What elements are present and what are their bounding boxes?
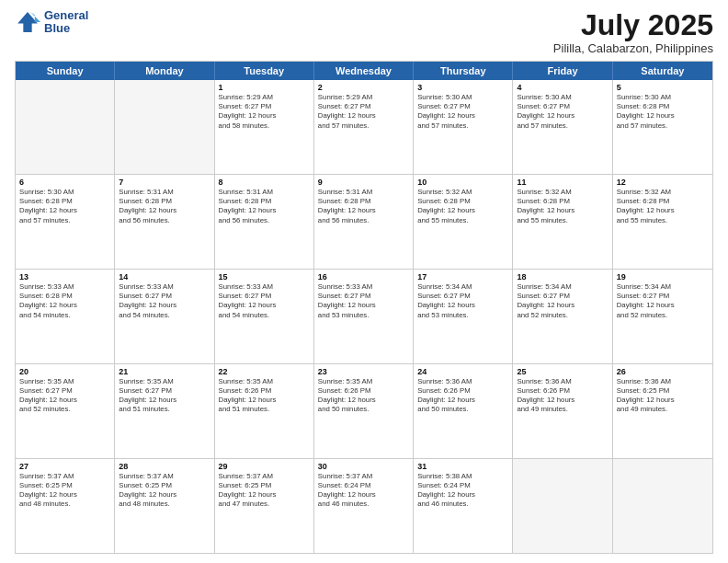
cell-info-line: Sunset: 6:27 PM bbox=[517, 102, 608, 111]
cell-info-line: Sunrise: 5:30 AM bbox=[417, 93, 508, 102]
cell-info-line: Sunset: 6:28 PM bbox=[318, 197, 409, 206]
cell-info-line: Sunrise: 5:31 AM bbox=[219, 188, 310, 197]
cell-info-line: and 57 minutes. bbox=[318, 121, 409, 131]
cell-info-line: Sunset: 6:26 PM bbox=[517, 386, 608, 396]
weekday-header-monday: Monday bbox=[115, 62, 214, 80]
cell-info-line: Sunset: 6:27 PM bbox=[19, 386, 110, 396]
cell-info-line: Sunset: 6:27 PM bbox=[318, 102, 409, 111]
cell-info-line: Daylight: 12 hours bbox=[19, 206, 110, 215]
cell-info-line: and 56 minutes. bbox=[119, 216, 210, 225]
cell-info-line: Daylight: 12 hours bbox=[318, 490, 409, 500]
cell-info-line: and 50 minutes. bbox=[417, 405, 508, 414]
cell-info-line: Daylight: 12 hours bbox=[617, 396, 709, 405]
logo-text: General Blue bbox=[44, 9, 88, 36]
cell-info-line: Sunrise: 5:35 AM bbox=[119, 377, 210, 386]
cell-info-line: Daylight: 12 hours bbox=[219, 206, 310, 215]
day-number: 29 bbox=[219, 462, 310, 471]
weekday-header-sunday: Sunday bbox=[16, 62, 115, 80]
cell-info-line: Sunset: 6:27 PM bbox=[517, 292, 608, 301]
cell-info-line: Sunrise: 5:29 AM bbox=[318, 93, 409, 102]
logo-line1: General bbox=[44, 9, 88, 22]
cell-info-line: and 54 minutes. bbox=[19, 311, 110, 320]
cell-info-line: Daylight: 12 hours bbox=[617, 301, 709, 310]
calendar-cell: 31Sunrise: 5:38 AMSunset: 6:24 PMDayligh… bbox=[414, 459, 513, 553]
day-number: 16 bbox=[318, 272, 409, 282]
weekday-header-friday: Friday bbox=[513, 62, 612, 80]
day-number: 9 bbox=[318, 178, 409, 187]
cell-info-line: and 46 minutes. bbox=[417, 500, 508, 509]
day-number: 22 bbox=[219, 367, 310, 376]
calendar-cell bbox=[115, 80, 214, 174]
calendar-cell: 29Sunrise: 5:37 AMSunset: 6:25 PMDayligh… bbox=[215, 459, 314, 553]
cell-info-line: Sunset: 6:25 PM bbox=[19, 481, 110, 490]
cell-info-line: Sunset: 6:27 PM bbox=[617, 292, 709, 301]
day-number: 4 bbox=[517, 83, 608, 92]
cell-info-line: Daylight: 12 hours bbox=[119, 396, 210, 405]
calendar-cell: 14Sunrise: 5:33 AMSunset: 6:27 PMDayligh… bbox=[115, 270, 214, 363]
cell-info-line: Sunset: 6:25 PM bbox=[219, 481, 310, 490]
cell-info-line: Sunrise: 5:35 AM bbox=[219, 377, 310, 386]
cell-info-line: Sunset: 6:28 PM bbox=[119, 197, 210, 206]
cell-info-line: and 54 minutes. bbox=[219, 311, 310, 320]
cell-info-line: Sunset: 6:26 PM bbox=[417, 386, 508, 396]
calendar-cell: 16Sunrise: 5:33 AMSunset: 6:27 PMDayligh… bbox=[314, 270, 414, 363]
cell-info-line: Daylight: 12 hours bbox=[119, 206, 210, 215]
cell-info-line: Sunrise: 5:38 AM bbox=[417, 472, 508, 481]
calendar-cell: 24Sunrise: 5:36 AMSunset: 6:26 PMDayligh… bbox=[414, 364, 513, 458]
calendar-cell: 2Sunrise: 5:29 AMSunset: 6:27 PMDaylight… bbox=[314, 80, 414, 174]
day-number: 24 bbox=[417, 367, 508, 376]
cell-info-line: and 50 minutes. bbox=[318, 405, 409, 414]
calendar-body: 1Sunrise: 5:29 AMSunset: 6:27 PMDaylight… bbox=[16, 80, 712, 553]
cell-info-line: Daylight: 12 hours bbox=[417, 396, 508, 405]
day-number: 31 bbox=[417, 462, 508, 471]
cell-info-line: and 51 minutes. bbox=[219, 405, 310, 414]
calendar-row-2: 13Sunrise: 5:33 AMSunset: 6:28 PMDayligh… bbox=[16, 270, 712, 364]
cell-info-line: Daylight: 12 hours bbox=[318, 396, 409, 405]
cell-info-line: and 58 minutes. bbox=[219, 121, 310, 131]
cell-info-line: Sunset: 6:25 PM bbox=[617, 386, 709, 396]
cell-info-line: Sunrise: 5:34 AM bbox=[517, 282, 608, 292]
logo-line2: Blue bbox=[44, 22, 88, 35]
day-number: 20 bbox=[19, 367, 110, 376]
title-block: July 2025 Pililla, Calabarzon, Philippin… bbox=[553, 9, 713, 55]
calendar-row-0: 1Sunrise: 5:29 AMSunset: 6:27 PMDaylight… bbox=[16, 80, 712, 175]
cell-info-line: Sunrise: 5:37 AM bbox=[318, 472, 409, 481]
day-number: 26 bbox=[617, 367, 709, 376]
cell-info-line: and 52 minutes. bbox=[617, 311, 709, 320]
day-number: 1 bbox=[219, 83, 310, 92]
calendar-cell: 4Sunrise: 5:30 AMSunset: 6:27 PMDaylight… bbox=[513, 80, 612, 174]
calendar-cell: 15Sunrise: 5:33 AMSunset: 6:27 PMDayligh… bbox=[215, 270, 314, 363]
calendar: SundayMondayTuesdayWednesdayThursdayFrid… bbox=[15, 61, 713, 554]
cell-info-line: Sunrise: 5:33 AM bbox=[318, 282, 409, 292]
cell-info-line: Sunset: 6:25 PM bbox=[119, 481, 210, 490]
cell-info-line: Sunset: 6:28 PM bbox=[617, 197, 709, 206]
cell-info-line: Sunset: 6:28 PM bbox=[617, 102, 709, 111]
cell-info-line: Daylight: 12 hours bbox=[119, 301, 210, 310]
cell-info-line: and 55 minutes. bbox=[417, 216, 508, 225]
calendar-row-1: 6Sunrise: 5:30 AMSunset: 6:28 PMDaylight… bbox=[16, 175, 712, 270]
cell-info-line: Sunrise: 5:36 AM bbox=[617, 377, 709, 386]
cell-info-line: Daylight: 12 hours bbox=[417, 111, 508, 121]
calendar-cell: 18Sunrise: 5:34 AMSunset: 6:27 PMDayligh… bbox=[513, 270, 612, 363]
cell-info-line: Daylight: 12 hours bbox=[318, 301, 409, 310]
cell-info-line: Sunrise: 5:34 AM bbox=[417, 282, 508, 292]
cell-info-line: Daylight: 12 hours bbox=[19, 396, 110, 405]
cell-info-line: Sunset: 6:28 PM bbox=[417, 197, 508, 206]
cell-info-line: Daylight: 12 hours bbox=[318, 206, 409, 215]
cell-info-line: Sunset: 6:27 PM bbox=[417, 102, 508, 111]
cell-info-line: and 51 minutes. bbox=[119, 405, 210, 414]
cell-info-line: and 53 minutes. bbox=[417, 311, 508, 320]
cell-info-line: Sunrise: 5:37 AM bbox=[219, 472, 310, 481]
weekday-header-tuesday: Tuesday bbox=[215, 62, 314, 80]
cell-info-line: Daylight: 12 hours bbox=[318, 111, 409, 121]
cell-info-line: Sunrise: 5:31 AM bbox=[318, 188, 409, 197]
cell-info-line: Sunrise: 5:37 AM bbox=[119, 472, 210, 481]
cell-info-line: Daylight: 12 hours bbox=[417, 206, 508, 215]
cell-info-line: and 55 minutes. bbox=[517, 216, 608, 225]
calendar-row-3: 20Sunrise: 5:35 AMSunset: 6:27 PMDayligh… bbox=[16, 364, 712, 459]
cell-info-line: and 52 minutes. bbox=[19, 405, 110, 414]
cell-info-line: Daylight: 12 hours bbox=[417, 301, 508, 310]
cell-info-line: and 57 minutes. bbox=[517, 121, 608, 131]
cell-info-line: Sunset: 6:28 PM bbox=[19, 197, 110, 206]
day-number: 12 bbox=[617, 178, 709, 187]
